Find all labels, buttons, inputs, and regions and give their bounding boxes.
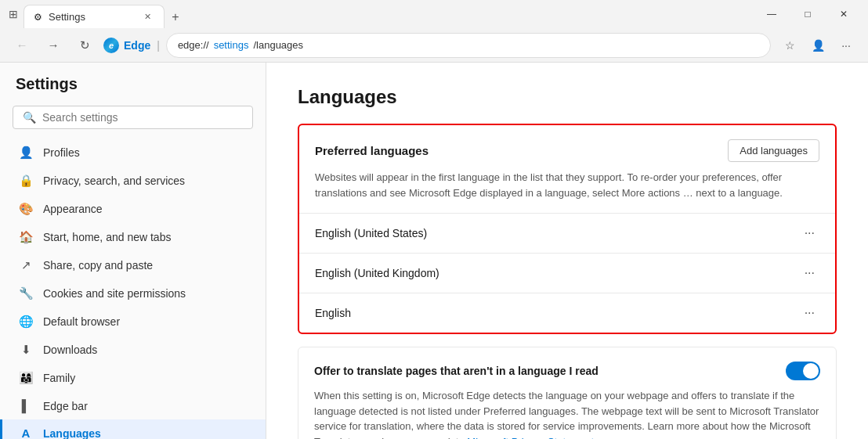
translate-description: When this setting is on, Microsoft Edge … (314, 388, 820, 439)
nav-label-edge-bar: Edge bar (43, 400, 88, 412)
refresh-button[interactable]: ↻ (72, 33, 97, 58)
minimize-button[interactable]: — (754, 0, 790, 28)
nav-bar: ← → ↻ e Edge | edge://settings/languages… (0, 28, 868, 63)
more-options-button[interactable]: ··· (834, 33, 859, 58)
nav-label-cookies: Cookies and site permissions (43, 287, 186, 300)
edge-logo: e Edge (103, 38, 150, 53)
nav-icon-edge-bar: ▌ (18, 399, 34, 412)
sidebar-item-appearance[interactable]: 🎨 Appearance (0, 195, 266, 223)
tab-favicon: ⚙ (34, 12, 42, 23)
sidebar-item-edge-bar[interactable]: ▌ Edge bar (0, 392, 266, 419)
lang-rows: English (United States) ··· English (Uni… (299, 213, 835, 333)
nav-icon-share: ↗ (18, 258, 34, 272)
language-more-button[interactable]: ··· (800, 225, 819, 242)
new-tab-button[interactable]: + (165, 6, 186, 28)
language-row: English (United States) ··· (299, 213, 835, 253)
main-layout: Settings 🔍 👤 Profiles 🔒 Privacy, search,… (0, 63, 868, 439)
maximize-button[interactable]: □ (790, 0, 826, 28)
language-name: English (United Kingdom) (315, 267, 439, 279)
language-row: English ··· (299, 293, 835, 333)
sidebar-item-default-browser[interactable]: 🌐 Default browser (0, 308, 266, 336)
nav-icon-downloads: ⬇ (18, 343, 34, 357)
toggle-knob (803, 363, 819, 379)
address-bold: settings (214, 39, 249, 51)
nav-icon-languages: A (18, 426, 34, 439)
sidebar-nav: 👤 Profiles 🔒 Privacy, search, and servic… (0, 139, 266, 439)
translate-header: Offer to translate pages that aren't in … (314, 362, 820, 380)
language-name: English (United States) (315, 227, 427, 239)
page-title: Languages (298, 86, 837, 108)
title-bar: ⊞ ⚙ Settings ✕ + — □ ✕ (0, 0, 868, 28)
active-tab[interactable]: ⚙ Settings ✕ (24, 5, 165, 28)
sidebar-item-start-home[interactable]: 🏠 Start, home, and new tabs (0, 223, 266, 251)
edge-logo-icon: e (103, 38, 119, 53)
translate-section: Offer to translate pages that aren't in … (298, 347, 837, 439)
language-more-button[interactable]: ··· (800, 304, 819, 322)
nav-icon-default-browser: 🌐 (18, 315, 34, 329)
sidebar-item-profiles[interactable]: 👤 Profiles (0, 139, 266, 167)
window-controls: — □ ✕ (754, 0, 862, 28)
nav-label-languages: Languages (43, 427, 101, 440)
address-separator: | (157, 39, 160, 52)
edge-label: Edge (124, 39, 150, 52)
sidebar: Settings 🔍 👤 Profiles 🔒 Privacy, search,… (0, 63, 266, 439)
add-languages-button[interactable]: Add languages (728, 139, 819, 162)
address-suffix: /languages (253, 39, 303, 51)
search-input[interactable] (42, 111, 243, 124)
preferred-languages-description: Websites will appear in the first langua… (299, 170, 835, 213)
translate-label: Offer to translate pages that aren't in … (314, 365, 599, 377)
nav-label-share: Share, copy and paste (43, 259, 153, 272)
tabs-area: ⚙ Settings ✕ + (20, 0, 754, 28)
language-more-button[interactable]: ··· (800, 264, 819, 282)
tab-title: Settings (49, 11, 135, 23)
nav-right-icons: ☆ 👤 ··· (777, 33, 859, 58)
preferred-languages-header: Preferred languages Add languages (299, 125, 835, 170)
search-box[interactable]: 🔍 (13, 106, 253, 129)
address-prefix: edge:// (178, 39, 209, 51)
translate-desc-text: When this setting is on, Microsoft Edge … (314, 390, 819, 439)
preferred-languages-section: Preferred languages Add languages Websit… (298, 124, 837, 334)
profile-button[interactable]: 👤 (805, 33, 830, 58)
translate-toggle[interactable] (786, 362, 820, 380)
language-name: English (315, 307, 351, 319)
nav-icon-cookies: 🔧 (18, 286, 34, 300)
nav-icon-privacy: 🔒 (18, 174, 34, 188)
nav-label-downloads: Downloads (43, 344, 97, 356)
address-bar[interactable]: edge://settings/languages (166, 33, 771, 58)
nav-icon-appearance: 🎨 (18, 202, 34, 216)
favorites-button[interactable]: ☆ (777, 33, 802, 58)
nav-icon-family: 👨‍👩‍👧 (18, 371, 34, 385)
nav-label-family: Family (43, 372, 75, 384)
nav-icon-profiles: 👤 (18, 146, 34, 160)
sidebar-title: Settings (0, 75, 266, 106)
sidebar-item-privacy[interactable]: 🔒 Privacy, search, and services (0, 167, 266, 195)
nav-label-privacy: Privacy, search, and services (43, 175, 185, 187)
privacy-statement-link[interactable]: Microsoft Privacy Statement (467, 436, 594, 440)
close-button[interactable]: ✕ (826, 0, 862, 28)
sidebar-item-family[interactable]: 👨‍👩‍👧 Family (0, 364, 266, 392)
content-area: Languages Preferred languages Add langua… (266, 63, 868, 439)
nav-label-profiles: Profiles (43, 146, 80, 159)
window-icon: ⊞ (6, 7, 20, 21)
search-icon: 🔍 (23, 111, 36, 124)
sidebar-item-share[interactable]: ↗ Share, copy and paste (0, 251, 266, 279)
nav-label-appearance: Appearance (43, 203, 103, 215)
nav-icon-start-home: 🏠 (18, 230, 34, 244)
sidebar-item-cookies[interactable]: 🔧 Cookies and site permissions (0, 279, 266, 308)
sidebar-item-downloads[interactable]: ⬇ Downloads (0, 336, 266, 364)
language-row: English (United Kingdom) ··· (299, 253, 835, 293)
nav-label-default-browser: Default browser (43, 315, 120, 328)
back-button[interactable]: ← (9, 33, 34, 58)
tab-close-button[interactable]: ✕ (141, 10, 154, 23)
preferred-languages-label: Preferred languages (315, 144, 429, 157)
nav-label-start-home: Start, home, and new tabs (43, 231, 171, 243)
sidebar-item-languages[interactable]: A Languages (0, 419, 266, 439)
forward-button[interactable]: → (41, 33, 66, 58)
